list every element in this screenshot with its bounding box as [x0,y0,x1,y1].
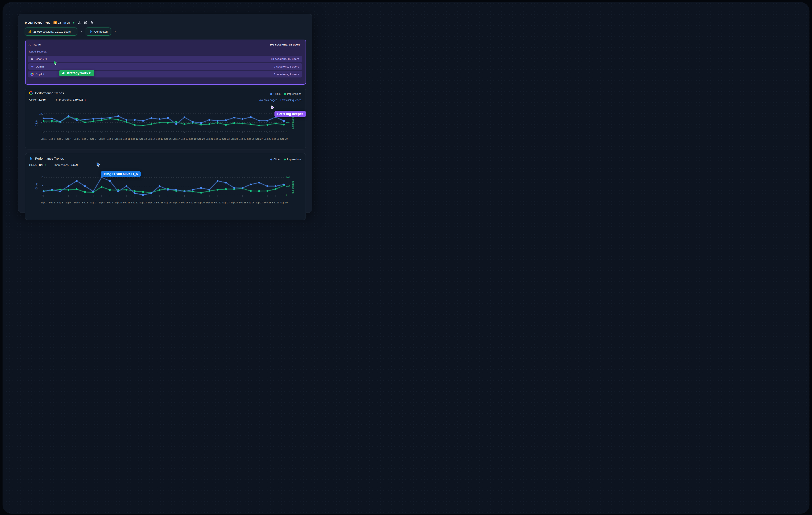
svg-text:Sep 14: Sep 14 [148,201,155,204]
moz-score: 37 [67,21,70,24]
impressions-legend-dot [284,93,286,95]
left-axis-title: Clicks [35,119,38,126]
close-bing-pill-icon[interactable]: ✕ [114,30,117,33]
clicks-stat-value: 129 [38,163,44,167]
svg-text:Sep 9: Sep 9 [107,138,113,140]
svg-text:Sep 9: Sep 9 [107,201,113,204]
trash-icon[interactable] [90,21,93,24]
legend-label: Clicks [273,158,281,161]
svg-text:Sep 6: Sep 6 [82,201,88,204]
bing-logo-icon [29,157,33,160]
svg-text:Sep 16: Sep 16 [164,201,172,204]
impressions-stat-label: Impressions: [54,163,69,167]
settings-sliders-icon[interactable] [78,21,81,24]
svg-text:Sep 27: Sep 27 [256,138,263,140]
svg-text:Sep 4: Sep 4 [65,138,71,140]
status-dot [73,22,75,24]
impressions-legend-dot [284,159,286,160]
impressions-stat-value: 149,022 [73,98,83,101]
purple-cursor-icon [270,105,275,110]
ai-source-row-gemini[interactable]: Gemini 7 sessions, 5 users [28,63,302,70]
legend-item-clicks[interactable]: Clicks [270,158,281,161]
svg-text:Sep 21: Sep 21 [206,138,213,140]
analytics-pill-text: 25,939 sessions, 21,010 users [33,30,70,33]
svg-text:0: 0 [42,194,43,196]
svg-text:Sep 2: Sep 2 [49,138,55,140]
svg-text:Sep 25: Sep 25 [239,138,246,140]
ai-source-row-chatgpt[interactable]: ChatGPT 93 sessions, 85 users [28,56,302,62]
svg-text:800: 800 [286,176,290,179]
site-name: MONITORO.PRO [25,21,51,24]
clicks-stat-label: Clicks: [29,98,37,101]
right-axis-title: Impressions [292,180,295,194]
impressions-stat-value: 6,459 [70,163,78,167]
svg-text:Sep 3: Sep 3 [57,201,63,204]
card-title: Performance Trends [35,157,64,160]
clicks-stat-label: Clicks: [29,163,37,167]
card-stats: Clicks: 2,036 ↓ Impressions: 149,022 ↓ [29,98,86,101]
low-click-pages-link[interactable]: Low click pages [258,99,277,102]
ai-sources-subtitle: Top AI Sources: [29,50,47,53]
source-name: ChatGPT [36,57,47,60]
google-analytics-icon [28,30,31,33]
svg-text:Sep 8: Sep 8 [98,138,105,140]
ai-traffic-title: AI Traffic [29,43,41,46]
chart-legend: Clicks Impressions [270,92,301,96]
legend-label: Impressions [287,158,301,161]
right-axis-title: Impressions [292,116,295,130]
svg-text:Sep 17: Sep 17 [173,138,180,140]
svg-text:0: 0 [286,130,287,133]
svg-text:Sep 29: Sep 29 [272,138,279,140]
svg-text:Sep 14: Sep 14 [148,138,155,140]
svg-text:50: 50 [40,121,43,124]
legend-item-impressions[interactable]: Impressions [284,92,301,96]
svg-text:Sep 23: Sep 23 [222,138,230,140]
svg-text:Sep 22: Sep 22 [214,138,222,140]
ai-traffic-panel: AI Traffic 102 sessions, 92 users Top AI… [25,39,306,85]
svg-text:Sep 13: Sep 13 [139,201,147,204]
analytics-pill[interactable]: 25,939 sessions, 21,010 users ↑ [25,28,77,35]
svg-text:Sep 2: Sep 2 [49,201,55,204]
green-cursor-icon [53,60,58,65]
ahrefs-badge-icon[interactable]: a [54,21,57,24]
svg-text:Sep 25: Sep 25 [239,201,246,204]
external-link-icon[interactable] [84,21,87,24]
legend-label: Impressions [287,92,301,96]
copilot-logo-icon [30,73,34,76]
svg-text:Sep 20: Sep 20 [197,201,205,204]
card-links: Low click pages Low click queries [258,99,301,102]
google-logo-icon [29,91,33,95]
legend-label: Clicks [273,92,281,96]
svg-text:Sep 23: Sep 23 [222,201,230,204]
svg-text:Sep 28: Sep 28 [264,201,271,204]
svg-text:10: 10 [40,176,43,179]
svg-text:Sep 30: Sep 30 [280,201,288,204]
page-background: MONITORO.PRO a 33 M 37 25,939 sessions, … [3,2,325,206]
svg-text:Sep 24: Sep 24 [231,201,238,204]
card-title: Performance Trends [35,91,64,95]
down-arrow-icon: ↓ [85,98,86,101]
moz-badge-icon[interactable]: M [63,21,66,25]
bing-pill[interactable]: Connected [86,28,111,35]
legend-item-clicks[interactable]: Clicks [270,92,281,96]
ahrefs-score: 33 [58,21,61,24]
gemini-logo-icon [30,65,34,69]
up-arrow-icon: ↑ [72,30,74,33]
extension-panel: MONITORO.PRO a 33 M 37 25,939 sessions, … [18,14,312,206]
tooltip-bing-alive: Bing is still alive O_o [101,171,141,178]
svg-text:Sep 17: Sep 17 [173,201,180,204]
svg-text:0: 0 [286,194,287,196]
svg-text:Sep 29: Sep 29 [272,201,279,204]
svg-text:Sep 24: Sep 24 [231,138,238,140]
svg-text:Sep 1: Sep 1 [40,138,47,140]
low-click-queries-link[interactable]: Low click queries [281,99,301,102]
close-analytics-pill-icon[interactable]: ✕ [80,30,83,33]
bing-icon [89,30,92,33]
svg-text:Sep 1: Sep 1 [40,201,47,204]
svg-text:Sep 18: Sep 18 [181,201,188,204]
legend-item-impressions[interactable]: Impressions [284,158,301,161]
tooltip-ai-strategy: AI strategy works! [59,70,94,76]
svg-text:5: 5 [42,185,43,188]
svg-text:Sep 19: Sep 19 [189,201,197,204]
svg-text:Sep 5: Sep 5 [74,138,80,140]
